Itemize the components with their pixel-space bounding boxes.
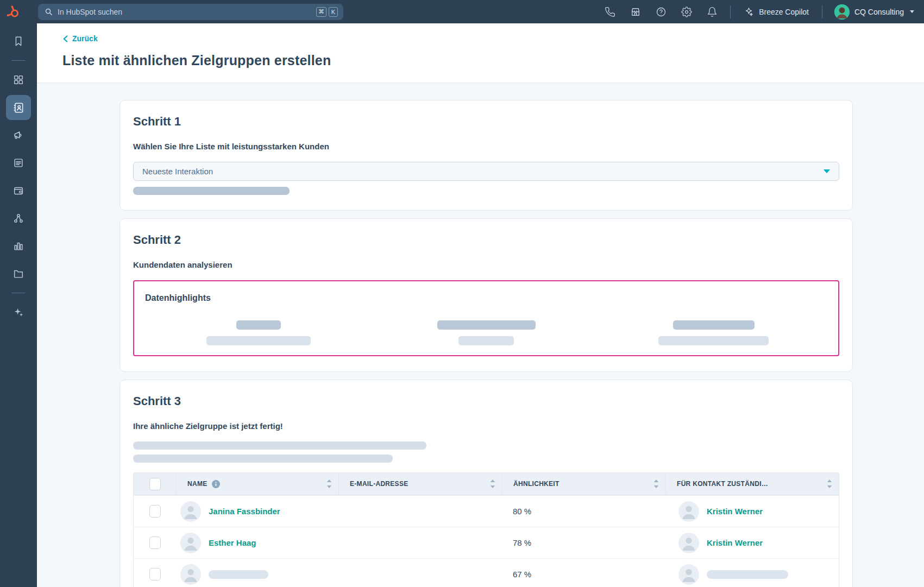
column-header-name[interactable]: NAME: [176, 473, 338, 495]
contact-name-link[interactable]: Janina Fassbinder: [209, 507, 280, 516]
column-header-owner[interactable]: FÜR KONTAKT ZUSTÄNDI…: [665, 473, 839, 495]
wallet-icon: [12, 185, 24, 197]
avatar: [180, 501, 201, 522]
row-checkbox[interactable]: [149, 536, 161, 549]
loading-skeleton: [133, 455, 393, 463]
megaphone-icon: [12, 129, 24, 141]
column-label: FÜR KONTAKT ZUSTÄNDI…: [677, 480, 768, 488]
sort-icon[interactable]: [490, 479, 495, 488]
avatar: [678, 564, 699, 585]
loading-skeleton: [673, 320, 755, 330]
sidebar-item-marketing[interactable]: [6, 123, 31, 148]
search-input[interactable]: In HubSpot suchen ⌘ K: [38, 4, 343, 20]
sidebar-item-reporting[interactable]: [6, 233, 31, 258]
table-row: 67 %: [134, 558, 839, 587]
notifications-icon[interactable]: [699, 0, 725, 23]
step3-card: Schritt 3 Ihre ähnliche Zielgruppe ist j…: [120, 380, 853, 587]
avatar: [180, 533, 201, 553]
sort-icon[interactable]: [827, 479, 832, 488]
column-header-email[interactable]: E-MAIL-ADRESSE: [338, 473, 502, 495]
loading-skeleton: [133, 187, 290, 195]
redacted-owner-skeleton: [707, 570, 788, 579]
step1-title: Schritt 1: [133, 115, 839, 129]
page-title: Liste mit ähnlichen Zielgruppen erstelle…: [62, 53, 924, 68]
info-icon[interactable]: [212, 480, 220, 488]
step3-label: Ihre ähnliche Zielgruppe ist jetzt ferti…: [133, 421, 839, 431]
sidebar-item-bookmarks[interactable]: [6, 29, 31, 54]
sparkle-icon: [744, 7, 754, 17]
settings-icon[interactable]: [674, 0, 699, 23]
similarity-value: 78 %: [502, 538, 665, 547]
table-header: NAME: [134, 473, 839, 495]
sidebar-item-automation[interactable]: [6, 206, 31, 231]
account-avatar: [834, 4, 850, 20]
loading-skeleton: [458, 336, 514, 345]
main-content: Zurück Liste mit ähnlichen Zielgruppen e…: [37, 23, 924, 587]
sort-icon[interactable]: [326, 479, 332, 488]
owner-link[interactable]: Kristin Werner: [707, 538, 763, 547]
column-header-similarity[interactable]: ÄHNLICHKEIT: [502, 473, 665, 495]
similarity-value: 80 %: [502, 507, 665, 516]
row-checkbox[interactable]: [149, 505, 161, 517]
hubspot-logo-icon[interactable]: [0, 4, 26, 19]
step2-label: Kundendaten analysieren: [133, 260, 839, 269]
back-label: Zurück: [72, 34, 98, 43]
contacts-icon: [12, 102, 25, 114]
select-all-checkbox[interactable]: [149, 478, 161, 490]
account-name: CQ Consulting: [854, 8, 904, 16]
account-menu[interactable]: CQ Consulting: [828, 4, 914, 20]
sort-icon[interactable]: [653, 479, 659, 488]
row-checkbox[interactable]: [149, 568, 161, 580]
sidebar-item-workspace[interactable]: [6, 67, 31, 92]
step1-label: Wählen Sie Ihre Liste mit leistungsstark…: [133, 142, 839, 151]
owner-link[interactable]: Kristin Werner: [707, 507, 763, 516]
search-shortcut: ⌘ K: [316, 7, 338, 17]
contact-name-link[interactable]: Esther Haag: [209, 538, 256, 547]
copilot-label: Breeze Copilot: [759, 8, 809, 16]
customer-list-select[interactable]: Neueste Interaktion: [133, 162, 839, 181]
breeze-copilot-button[interactable]: Breeze Copilot: [736, 7, 816, 17]
phone-icon[interactable]: [597, 0, 623, 23]
column-label: ÄHNLICHKEIT: [513, 480, 560, 488]
highlight-skeleton-col: [373, 320, 600, 345]
loading-skeleton: [658, 336, 769, 345]
highlight-skeleton-col: [600, 320, 827, 345]
chevron-left-icon: [62, 35, 68, 42]
sidebar-item-content[interactable]: [6, 150, 31, 175]
content-area: Schritt 1 Wählen Sie Ihre Liste mit leis…: [37, 83, 924, 587]
table-row: Janina Fassbinder 80 % Kristin Werner: [134, 495, 839, 527]
back-link[interactable]: Zurück: [62, 34, 98, 43]
chevron-down-icon: [910, 10, 914, 13]
nav-divider: [730, 5, 731, 18]
data-highlights-panel: Datenhighlights: [133, 280, 839, 356]
highlight-skeleton-col: [145, 320, 373, 345]
bookmark-icon: [12, 35, 24, 47]
step2-title: Schritt 2: [133, 233, 839, 247]
folder-icon: [12, 268, 24, 280]
sidebar-item-files[interactable]: [6, 261, 31, 286]
highlights-skeleton-row: [145, 320, 827, 345]
sidebar-divider: [11, 60, 26, 61]
select-value: Neueste Interaktion: [142, 167, 213, 176]
select-all-cell: [134, 473, 176, 495]
sidebar-item-copilot[interactable]: [6, 300, 31, 325]
help-icon[interactable]: [648, 0, 674, 23]
sidebar-item-contacts[interactable]: [6, 95, 31, 120]
loading-skeleton: [236, 320, 281, 330]
column-label: NAME: [187, 480, 208, 488]
step1-card: Schritt 1 Wählen Sie Ihre Liste mit leis…: [120, 100, 853, 211]
data-highlights-title: Datenhighlights: [145, 293, 827, 303]
marketplace-icon[interactable]: [623, 0, 648, 23]
sidebar-item-commerce[interactable]: [6, 178, 31, 203]
similarity-value: 67 %: [502, 570, 665, 579]
search-placeholder: In HubSpot suchen: [58, 8, 316, 16]
avatar: [678, 533, 699, 553]
top-navigation: In HubSpot suchen ⌘ K: [0, 0, 924, 23]
similar-audience-table: NAME: [133, 472, 839, 587]
loading-skeleton: [133, 441, 426, 450]
sidebar-divider: [11, 293, 26, 293]
avatar: [678, 501, 699, 522]
k-key-badge: K: [329, 7, 338, 17]
loading-skeleton: [437, 320, 536, 330]
search-icon: [45, 8, 53, 16]
